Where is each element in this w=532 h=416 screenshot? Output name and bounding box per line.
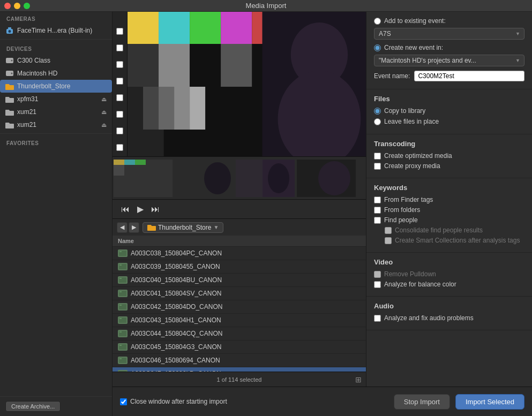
minimize-button[interactable] bbox=[14, 3, 20, 9]
bottom-buttons: Close window after starting import Stop … bbox=[113, 387, 532, 416]
next-button[interactable]: ⏭ bbox=[148, 203, 163, 215]
find-people-checkbox[interactable] bbox=[374, 217, 381, 224]
devices-header: DEVICES bbox=[0, 42, 112, 54]
checkbox-strip bbox=[113, 12, 128, 156]
from-folders-checkbox[interactable] bbox=[374, 207, 381, 214]
copy-to-library-row: Copy to library bbox=[374, 107, 524, 115]
file-row[interactable]: A003C042_150804DO_CANON bbox=[113, 300, 366, 314]
file-row[interactable]: A003C041_150804SV_CANON bbox=[113, 287, 366, 300]
close-checkbox-group: Close window after starting import bbox=[120, 398, 227, 405]
sidebar: CAMERAS FaceTime H...era (Built-in) DEVI… bbox=[0, 12, 113, 416]
create-archive-button[interactable]: Create Archive... bbox=[5, 401, 61, 412]
analyze-balance-checkbox[interactable] bbox=[374, 281, 381, 288]
finder-tags-checkbox[interactable] bbox=[374, 196, 381, 203]
preview-checkbox-8[interactable] bbox=[116, 144, 123, 151]
file-row[interactable]: A003C043_150804H1_CANON bbox=[113, 314, 366, 327]
proxy-media-checkbox[interactable] bbox=[374, 163, 381, 170]
file-name-label: A003C039_15080455_CANON bbox=[131, 263, 220, 270]
smart-collections-checkbox[interactable] bbox=[385, 237, 392, 244]
file-row[interactable]: A003C039_15080455_CANON bbox=[113, 260, 366, 274]
files-title: Files bbox=[374, 95, 524, 103]
remove-pulldown-checkbox[interactable] bbox=[374, 271, 381, 278]
eject-icon-xum21-1[interactable]: ⏏ bbox=[101, 109, 107, 116]
video-title: Video bbox=[374, 258, 524, 266]
file-row[interactable]: A003C044_150804CQ_CANON bbox=[113, 327, 366, 341]
thumbnail-2[interactable] bbox=[175, 160, 234, 197]
existing-event-dropdown[interactable]: A7S bbox=[374, 28, 524, 40]
proxy-media-label: Create proxy media bbox=[384, 162, 440, 170]
add-existing-radio[interactable] bbox=[374, 18, 381, 25]
preview-checkbox-5[interactable] bbox=[116, 94, 123, 101]
file-type-icon bbox=[118, 357, 128, 364]
new-event-location-dropdown[interactable]: "Macintosh HD's projects and ev... bbox=[374, 55, 524, 66]
xpfm31-icon bbox=[5, 95, 14, 103]
folder-nav: ◀ ▶ Thunderbolt_Store ▼ bbox=[113, 218, 366, 236]
file-row[interactable]: A003C046_15080694_CANON bbox=[113, 354, 366, 367]
import-selected-button[interactable]: Import Selected bbox=[455, 394, 524, 410]
preview-checkbox-2[interactable] bbox=[116, 44, 123, 51]
eject-icon-xum21-2[interactable]: ⏏ bbox=[101, 122, 107, 128]
maximize-button[interactable] bbox=[24, 3, 30, 9]
stop-import-button[interactable]: Stop Import bbox=[394, 394, 450, 410]
svg-rect-21 bbox=[174, 87, 190, 130]
from-folders-row: From folders bbox=[374, 206, 524, 214]
thumbnail-3[interactable] bbox=[236, 160, 295, 197]
svg-point-1 bbox=[8, 30, 11, 33]
cameras-header: CAMERAS bbox=[0, 12, 112, 24]
traffic-lights bbox=[4, 3, 30, 9]
sidebar-item-c300[interactable]: C300 Class bbox=[0, 54, 112, 67]
create-new-radio[interactable] bbox=[374, 44, 381, 51]
thumbnail-1[interactable]: 41s bbox=[114, 160, 173, 197]
prev-button[interactable]: ⏮ bbox=[118, 203, 133, 215]
sidebar-item-macintosh[interactable]: Macintosh HD bbox=[0, 67, 112, 80]
sidebar-item-xpfm31[interactable]: xpfm31 ⏏ bbox=[0, 93, 112, 105]
optimized-media-checkbox[interactable] bbox=[374, 153, 381, 160]
play-button[interactable]: ▶ bbox=[134, 203, 147, 215]
proxy-media-row: Create proxy media bbox=[374, 162, 524, 170]
file-list[interactable]: Name A003C038_150804PC_CANON A003C039_15… bbox=[113, 236, 366, 372]
preview-checkbox-1[interactable] bbox=[116, 28, 123, 35]
svg-rect-45 bbox=[119, 291, 122, 292]
analyze-balance-row: Analyze for balance color bbox=[374, 281, 524, 288]
close-window-checkbox[interactable] bbox=[120, 398, 127, 405]
folder-nav-arrows: ◀ ▶ bbox=[117, 222, 139, 233]
folder-selector[interactable]: Thunderbolt_Store ▼ bbox=[143, 222, 223, 233]
file-row[interactable]: A003C045_150804G3_CANON bbox=[113, 341, 366, 354]
consolidate-checkbox[interactable] bbox=[385, 227, 392, 234]
leave-files-radio[interactable] bbox=[374, 118, 381, 125]
file-row[interactable]: A003C038_150804PC_CANON bbox=[113, 247, 366, 260]
sidebar-item-xum21-1[interactable]: xum21 ⏏ bbox=[0, 105, 112, 118]
thunderbolt-folder-icon bbox=[5, 82, 14, 90]
right-panel: Add to existing event: A7S Create new ev… bbox=[366, 12, 532, 387]
grid-view-icon[interactable]: ⊞ bbox=[355, 375, 362, 384]
preview-checkbox-4[interactable] bbox=[116, 78, 123, 85]
analyze-audio-checkbox[interactable] bbox=[374, 315, 381, 322]
preview-checkbox-7[interactable] bbox=[116, 127, 123, 134]
thumbnail-4[interactable] bbox=[297, 160, 356, 197]
file-name-label: A003C045_150804G3_CANON bbox=[131, 343, 221, 351]
sidebar-item-camera[interactable]: FaceTime H...era (Built-in) bbox=[0, 24, 112, 37]
folder-nav-icon bbox=[147, 224, 156, 231]
event-name-label: Event name: bbox=[374, 72, 410, 80]
sidebar-item-thunderbolt[interactable]: Thunderbolt_Store bbox=[0, 80, 112, 93]
folder-back-button[interactable]: ◀ bbox=[117, 222, 128, 233]
file-row[interactable]: A003C047_150806LD_CANON bbox=[113, 367, 366, 372]
file-clip-icon bbox=[119, 264, 126, 269]
leave-files-row: Leave files in place bbox=[374, 118, 524, 125]
event-name-input[interactable] bbox=[414, 71, 524, 81]
preview-checkbox-3[interactable] bbox=[116, 61, 123, 68]
folder-forward-button[interactable]: ▶ bbox=[129, 222, 139, 233]
svg-rect-11 bbox=[190, 12, 221, 44]
copy-to-library-radio[interactable] bbox=[374, 108, 381, 115]
playback-nav-buttons: ⏮ ▶ ⏭ bbox=[118, 203, 163, 215]
smart-collections-row: Create Smart Collections after analysis … bbox=[374, 237, 524, 244]
file-rows-container: A003C038_150804PC_CANON A003C039_1508045… bbox=[113, 247, 366, 372]
close-button[interactable] bbox=[4, 3, 11, 9]
preview-checkbox-6[interactable] bbox=[116, 111, 123, 118]
thumb1-svg bbox=[114, 160, 173, 197]
file-row[interactable]: A003C040_150804BU_CANON bbox=[113, 274, 366, 287]
eject-icon-xpfm31[interactable]: ⏏ bbox=[101, 96, 107, 103]
divider-2 bbox=[0, 133, 112, 134]
sidebar-item-xum21-2[interactable]: xum21 ⏏ bbox=[0, 118, 112, 131]
file-type-icon bbox=[118, 343, 128, 351]
